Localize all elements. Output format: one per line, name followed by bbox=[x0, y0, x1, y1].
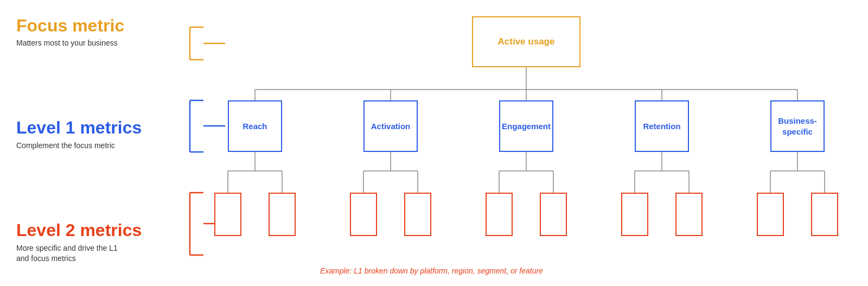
l2-metrics-title: Level 2 metrics bbox=[16, 221, 174, 240]
focus-metric-box: Active usage bbox=[472, 16, 580, 67]
l2-business-2-box bbox=[811, 193, 838, 236]
diagram-area: Active usage Reach Activation Engagement… bbox=[184, 0, 868, 286]
l1-metrics-legend: Level 1 metrics Complement the focus met… bbox=[16, 118, 174, 149]
l2-activation-1-box bbox=[350, 193, 377, 236]
l2-engagement-2-box bbox=[540, 193, 567, 236]
l2-retention-1-box bbox=[621, 193, 648, 236]
focus-metric-title: Focus metric bbox=[16, 16, 174, 35]
l2-activation-2-box bbox=[404, 193, 431, 236]
l1-engagement-box: Engagement bbox=[499, 100, 553, 152]
l2-reach-2-box bbox=[269, 193, 296, 236]
legend-panel: Focus metric Matters most to your busine… bbox=[0, 0, 184, 286]
example-text: Example: L1 broken down by platform, reg… bbox=[320, 266, 543, 275]
focus-metric-legend: Focus metric Matters most to your busine… bbox=[16, 16, 174, 47]
l2-metrics-subtitle: More specific and drive the L1 and focus… bbox=[16, 243, 174, 264]
l1-retention-box: Retention bbox=[635, 100, 689, 152]
l1-metrics-subtitle: Complement the focus metric bbox=[16, 141, 174, 150]
l2-retention-2-box bbox=[675, 193, 703, 236]
l2-business-1-box bbox=[757, 193, 784, 236]
page-container: Focus metric Matters most to your busine… bbox=[0, 0, 868, 286]
l1-metrics-title: Level 1 metrics bbox=[16, 118, 174, 137]
focus-metric-subtitle: Matters most to your business bbox=[16, 39, 174, 47]
l1-reach-box: Reach bbox=[228, 100, 282, 152]
l1-business-specific-box: Business-specific bbox=[770, 100, 825, 152]
l1-activation-box: Activation bbox=[363, 100, 418, 152]
l2-reach-1-box bbox=[214, 193, 241, 236]
l2-engagement-1-box bbox=[486, 193, 513, 236]
l2-metrics-legend: Level 2 metrics More specific and drive … bbox=[16, 221, 174, 264]
